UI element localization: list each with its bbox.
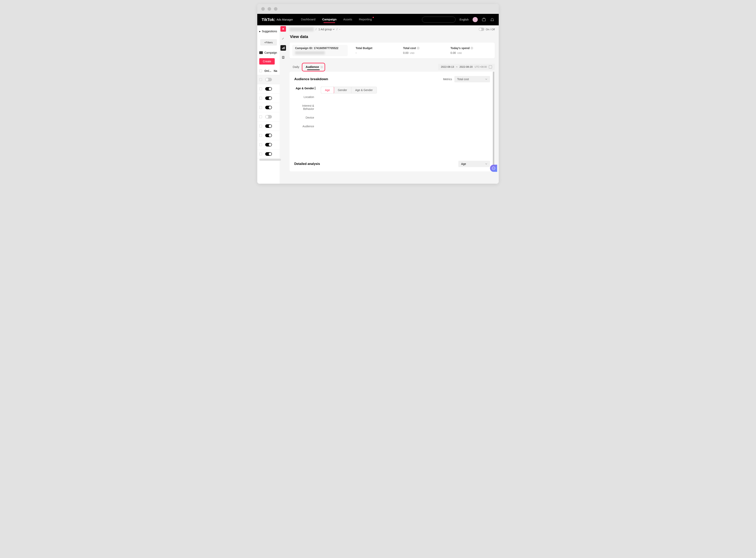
traffic-light-min[interactable] — [267, 7, 271, 11]
budget-value: - — [356, 51, 395, 54]
page-title: View data — [290, 34, 495, 39]
table-row[interactable]: ✓ — [257, 103, 280, 112]
budget-label: Total Budget — [356, 47, 395, 50]
segment-group: Age Gender Age & Gender — [321, 87, 377, 94]
row-checkbox[interactable] — [259, 97, 262, 100]
nav-campaign[interactable]: Campaign — [322, 18, 337, 22]
row-checkbox[interactable] — [259, 78, 262, 81]
date-range-picker[interactable]: 2022-08-13 ~ 2022-08-20 UTC+08:00 — [438, 64, 495, 70]
campaign-onoff-toggle[interactable] — [479, 28, 484, 31]
total-cost-value: 0.00 — [403, 51, 409, 54]
total-cost-currency: USD — [410, 52, 414, 54]
table-row[interactable]: ✓ — [257, 131, 280, 140]
nav-assets[interactable]: Assets — [343, 18, 352, 22]
tab-daily[interactable]: Daily — [290, 63, 303, 71]
dimension-list: Age & Gender Location Interest & Behavio… — [294, 87, 316, 149]
campaign-name-blurred — [295, 51, 325, 54]
row-checkbox[interactable] — [259, 134, 262, 137]
seg-age-gender[interactable]: Age & Gender — [351, 87, 377, 93]
traffic-light-close[interactable] — [261, 7, 265, 11]
todays-spend-value: 0.00 — [450, 51, 456, 54]
chart-area — [316, 94, 490, 149]
select-all-checkbox[interactable] — [259, 70, 262, 72]
detailed-select[interactable]: Age — [458, 161, 490, 167]
timezone: UTC+08:00 — [475, 66, 487, 68]
dim-interest-behavior[interactable]: Interest & Behavior — [294, 104, 314, 110]
row-toggle[interactable]: ✓ — [265, 78, 272, 81]
close-panel-button[interactable] — [281, 26, 286, 32]
info-icon — [321, 66, 323, 68]
dim-age-gender[interactable]: Age & Gender — [294, 87, 314, 90]
table-row[interactable]: ✓ — [257, 122, 280, 131]
document-button[interactable] — [281, 55, 286, 60]
create-button[interactable]: Create — [259, 58, 275, 65]
analytics-button[interactable] — [281, 45, 286, 51]
row-toggle[interactable]: ✓ — [265, 115, 272, 119]
svg-rect-1 — [282, 48, 283, 49]
chevron-down-icon — [485, 78, 487, 80]
col-name: Na — [274, 69, 277, 72]
chevron-down-icon — [333, 28, 335, 30]
breadcrumb-adgroup-dropdown[interactable]: 1 Ad group — [318, 28, 335, 31]
dim-device[interactable]: Device — [294, 116, 314, 119]
row-checkbox[interactable] — [259, 125, 262, 127]
chat-icon — [492, 167, 495, 170]
info-icon[interactable] — [470, 47, 473, 50]
row-checkbox[interactable] — [259, 143, 262, 146]
row-toggle[interactable]: ✓ — [265, 96, 272, 100]
caret-right-icon: ▸ — [259, 30, 261, 33]
suggestions-label: Suggestions — [262, 30, 277, 33]
table-header: On/... Na — [257, 67, 280, 75]
traffic-light-max[interactable] — [274, 7, 278, 11]
nav-reporting[interactable]: Reporting — [359, 18, 372, 22]
edit-button[interactable] — [281, 35, 286, 41]
suggestions-row[interactable]: ▸ Suggestions — [257, 27, 280, 35]
total-cost-label: Total cost — [403, 47, 416, 50]
row-toggle[interactable]: ✓ — [265, 152, 272, 156]
table-row[interactable]: ✓ — [257, 149, 280, 159]
avatar[interactable] — [473, 17, 478, 22]
table-row[interactable]: ✓ — [257, 140, 280, 149]
filters-button[interactable]: +Filters — [260, 39, 277, 46]
row-checkbox[interactable] — [259, 106, 262, 109]
table-row[interactable]: ✓ — [257, 75, 280, 84]
svg-rect-5 — [282, 57, 284, 57]
chart-icon — [282, 47, 285, 49]
breadcrumb: hidden / 1 Ad group / - On / Off — [290, 27, 495, 31]
calendar-icon — [489, 65, 492, 69]
dim-audience[interactable]: Audience — [294, 125, 314, 128]
row-checkbox[interactable] — [259, 87, 262, 90]
tab-audience[interactable]: Audience — [303, 63, 326, 71]
row-checkbox[interactable] — [259, 153, 262, 155]
seg-gender[interactable]: Gender — [334, 87, 351, 93]
breadcrumb-campaign-name[interactable]: hidden — [290, 27, 314, 31]
svg-point-8 — [493, 168, 493, 169]
svg-rect-2 — [283, 47, 284, 49]
row-checkbox[interactable] — [259, 116, 262, 118]
bell-icon[interactable] — [490, 18, 494, 22]
pencil-icon — [282, 37, 285, 40]
svg-rect-0 — [482, 19, 486, 21]
chat-fab[interactable] — [490, 165, 497, 172]
row-toggle[interactable]: ✓ — [265, 143, 272, 147]
table-row[interactable]: ✓ — [257, 94, 280, 103]
row-toggle[interactable]: ✓ — [265, 134, 272, 137]
row-toggle[interactable]: ✓ — [265, 106, 272, 109]
language-selector[interactable]: English — [460, 18, 469, 21]
search-input[interactable] — [422, 17, 455, 23]
vertical-scrollbar[interactable] — [493, 72, 494, 167]
horizontal-scrollbar[interactable] — [259, 159, 281, 161]
campaign-folder[interactable]: Campaign — [257, 50, 280, 56]
metrics-select[interactable]: Total cost — [454, 76, 490, 82]
info-icon[interactable] — [417, 47, 420, 50]
date-to: 2022-08-20 — [460, 65, 473, 68]
dim-location[interactable]: Location — [294, 95, 314, 99]
detailed-analysis-title: Detailed analysis — [294, 162, 320, 166]
seg-age[interactable]: Age — [321, 87, 334, 94]
row-toggle[interactable]: ✓ — [265, 87, 272, 91]
table-row[interactable]: ✓ — [257, 112, 280, 122]
nav-dashboard[interactable]: Dashboard — [301, 18, 315, 22]
briefcase-icon[interactable] — [482, 18, 486, 22]
row-toggle[interactable]: ✓ — [265, 124, 272, 128]
table-row[interactable]: ✓ — [257, 84, 280, 94]
